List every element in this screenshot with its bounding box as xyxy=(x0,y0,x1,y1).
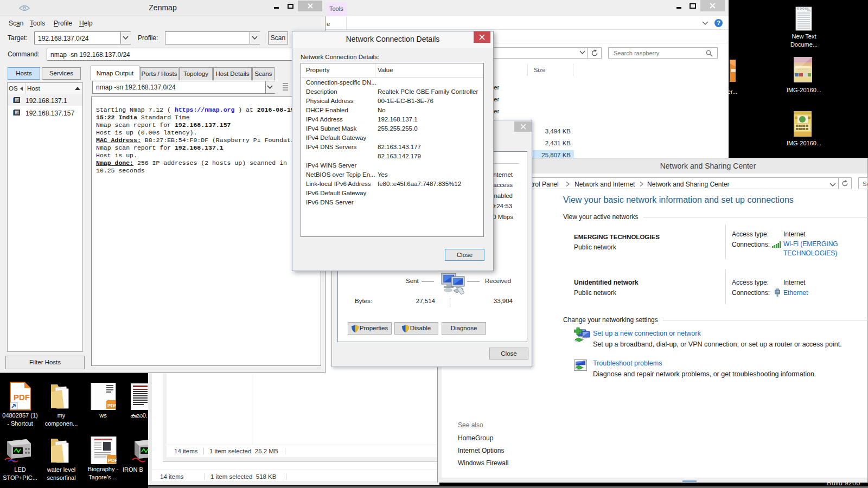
svg-text:PDF: PDF xyxy=(14,393,30,402)
svg-text:PDF: PDF xyxy=(107,403,116,408)
svg-text:PDF: PDF xyxy=(108,458,117,463)
